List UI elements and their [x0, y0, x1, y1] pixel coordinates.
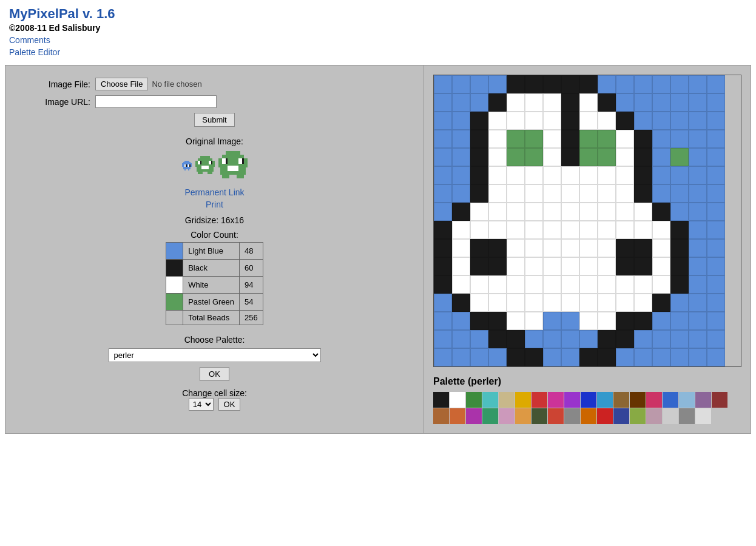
svg-rect-30 — [242, 158, 244, 164]
pixel-cell — [543, 148, 561, 166]
palette-swatch[interactable] — [532, 392, 547, 408]
pixel-cell — [670, 257, 689, 275]
pixel-cell — [452, 148, 470, 166]
copyright: ©2008-11 Ed Salisbury — [9, 23, 747, 33]
pixel-cell — [507, 112, 525, 130]
color-swatch — [166, 260, 183, 277]
pixel-cell — [670, 221, 689, 239]
palette-swatch[interactable] — [466, 392, 482, 408]
pixel-cell — [561, 312, 579, 330]
image-url-input[interactable] — [95, 95, 217, 108]
pixel-cell — [452, 239, 470, 257]
pixel-cell — [689, 184, 707, 203]
palette-swatch[interactable] — [482, 408, 498, 424]
palette-swatch[interactable] — [466, 408, 482, 424]
pixel-cell — [434, 166, 452, 184]
palette-swatch[interactable] — [630, 408, 646, 424]
pixel-cell — [689, 312, 707, 330]
comments-link[interactable]: Comments — [9, 35, 747, 45]
palette-swatch[interactable] — [450, 392, 465, 408]
pixel-cell — [507, 330, 525, 348]
cell-size-select[interactable]: 14 — [189, 398, 214, 411]
palette-swatch[interactable] — [581, 408, 596, 424]
choose-file-button[interactable]: Choose File — [95, 78, 148, 90]
pixel-cell — [561, 348, 579, 366]
palette-swatch[interactable] — [433, 408, 449, 424]
palette-swatch[interactable] — [515, 392, 531, 408]
palette-editor-link[interactable]: Palette Editor — [9, 47, 747, 57]
palette-swatch[interactable] — [433, 392, 449, 408]
palette-swatch[interactable] — [646, 392, 662, 408]
palette-select[interactable]: perlerartkalhamanabbi — [109, 348, 321, 362]
permanent-link[interactable]: Permanent Link — [24, 187, 405, 197]
pixel-cell — [634, 312, 652, 330]
pixel-cell — [598, 239, 616, 257]
palette-swatch[interactable] — [499, 392, 515, 408]
pixel-cell — [452, 294, 470, 312]
pixel-cell — [452, 112, 470, 130]
color-name: Pastel Green — [183, 294, 240, 311]
pixel-cell — [434, 148, 452, 166]
palette-swatch[interactable] — [597, 392, 613, 408]
palette-swatch[interactable] — [679, 392, 695, 408]
pixel-cell — [543, 130, 561, 148]
pixel-cell — [707, 348, 725, 366]
pixel-cell — [598, 148, 616, 166]
cell-size-ok-button[interactable]: OK — [218, 398, 241, 411]
palette-swatch[interactable] — [646, 408, 662, 424]
color-name: Black — [183, 260, 240, 277]
app-title: MyPixelPal v. 1.6 — [9, 6, 747, 22]
palette-swatch[interactable] — [630, 392, 646, 408]
pixel-cell — [579, 93, 598, 112]
palette-swatch[interactable] — [663, 408, 678, 424]
pixel-cell — [452, 275, 470, 294]
pixel-cell — [434, 184, 452, 203]
pixel-cell — [707, 257, 725, 275]
pixel-cell — [561, 148, 579, 166]
pixel-cell — [670, 166, 689, 184]
pixel-cell — [689, 221, 707, 239]
pixel-cell — [670, 112, 689, 130]
palette-swatch[interactable] — [450, 408, 465, 424]
pixel-cell — [616, 166, 634, 184]
pixel-cell — [579, 203, 598, 221]
pixel-cell — [507, 148, 525, 166]
submit-button[interactable]: Submit — [194, 113, 234, 127]
palette-swatch[interactable] — [613, 392, 629, 408]
palette-swatch[interactable] — [679, 408, 695, 424]
pixel-cell — [488, 112, 507, 130]
pixel-cell — [488, 166, 507, 184]
palette-swatch[interactable] — [695, 408, 711, 424]
palette-swatch[interactable] — [695, 392, 711, 408]
pixel-cell — [525, 166, 543, 184]
pixel-cell — [616, 221, 634, 239]
color-name: Light Blue — [183, 243, 240, 260]
palette-swatch[interactable] — [564, 392, 580, 408]
palette-swatch[interactable] — [515, 408, 531, 424]
palette-swatch[interactable] — [597, 408, 613, 424]
palette-ok-button[interactable]: OK — [200, 367, 229, 381]
palette-swatch[interactable] — [499, 408, 515, 424]
palette-swatch[interactable] — [548, 392, 564, 408]
print-link[interactable]: Print — [24, 200, 405, 209]
palette-swatch[interactable] — [712, 392, 727, 408]
palette-swatch[interactable] — [548, 408, 564, 424]
svg-rect-29 — [226, 158, 228, 164]
palette-swatch[interactable] — [613, 408, 629, 424]
palette-swatch[interactable] — [482, 392, 498, 408]
palette-swatch[interactable] — [663, 392, 678, 408]
palette-swatch[interactable] — [532, 408, 547, 424]
palette-swatch[interactable] — [564, 408, 580, 424]
pixel-cell — [634, 148, 652, 166]
pixel-cell — [488, 275, 507, 294]
pixel-cell — [434, 75, 452, 93]
pixel-cell — [507, 348, 525, 366]
pixel-cell — [670, 239, 689, 257]
svg-rect-5 — [188, 169, 189, 170]
palette-swatch[interactable] — [581, 392, 596, 408]
pixel-cell — [670, 75, 689, 93]
pixel-cell — [507, 130, 525, 148]
pixel-cell — [525, 75, 543, 93]
pixel-cell — [670, 348, 689, 366]
pixel-cell — [452, 184, 470, 203]
